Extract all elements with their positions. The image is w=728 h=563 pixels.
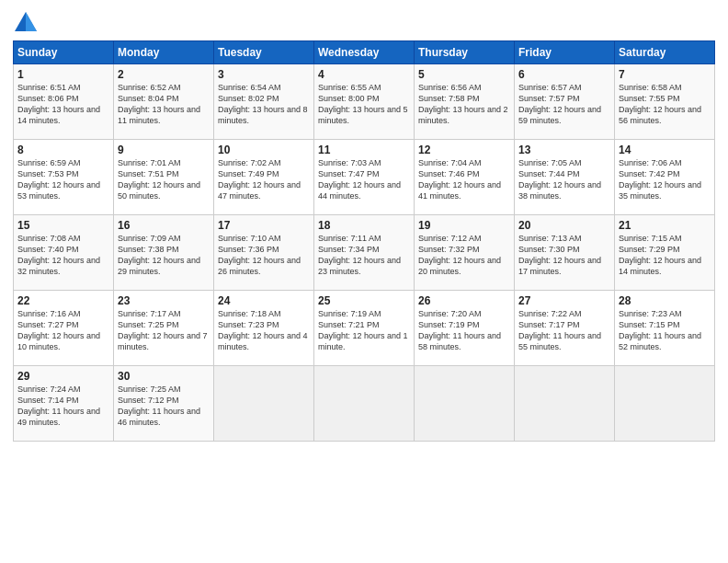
- day-number: 8: [17, 144, 109, 156]
- calendar-cell: 30Sunrise: 7:25 AMSunset: 7:12 PMDayligh…: [114, 366, 214, 442]
- cell-details: Sunrise: 7:22 AMSunset: 7:17 PMDaylight:…: [518, 308, 610, 353]
- cell-details: Sunrise: 7:02 AMSunset: 7:49 PMDaylight:…: [218, 157, 310, 202]
- column-header-saturday: Saturday: [615, 41, 715, 64]
- cell-details: Sunrise: 7:05 AMSunset: 7:44 PMDaylight:…: [518, 157, 610, 202]
- calendar-cell: 15Sunrise: 7:08 AMSunset: 7:40 PMDayligh…: [14, 215, 114, 291]
- calendar-cell: [314, 366, 415, 442]
- calendar-week-row: 22Sunrise: 7:16 AMSunset: 7:27 PMDayligh…: [14, 291, 715, 366]
- calendar-table: SundayMondayTuesdayWednesdayThursdayFrid…: [13, 40, 715, 442]
- column-header-friday: Friday: [515, 41, 615, 64]
- calendar-cell: 11Sunrise: 7:03 AMSunset: 7:47 PMDayligh…: [314, 140, 415, 215]
- column-header-wednesday: Wednesday: [314, 41, 415, 64]
- calendar-cell: 22Sunrise: 7:16 AMSunset: 7:27 PMDayligh…: [14, 291, 114, 366]
- day-number: 9: [118, 144, 210, 156]
- cell-details: Sunrise: 7:09 AMSunset: 7:38 PMDaylight:…: [118, 233, 210, 278]
- calendar-cell: 19Sunrise: 7:12 AMSunset: 7:32 PMDayligh…: [415, 215, 515, 291]
- calendar-cell: 16Sunrise: 7:09 AMSunset: 7:38 PMDayligh…: [114, 215, 214, 291]
- calendar-cell: 3Sunrise: 6:54 AMSunset: 8:02 PMDaylight…: [214, 64, 314, 140]
- day-number: 12: [418, 144, 510, 156]
- calendar-cell: 25Sunrise: 7:19 AMSunset: 7:21 PMDayligh…: [314, 291, 415, 366]
- cell-details: Sunrise: 7:24 AMSunset: 7:14 PMDaylight:…: [17, 384, 109, 429]
- cell-details: Sunrise: 6:54 AMSunset: 8:02 PMDaylight:…: [218, 82, 310, 127]
- day-number: 30: [118, 370, 210, 383]
- day-number: 10: [218, 144, 310, 156]
- day-number: 20: [518, 219, 610, 232]
- calendar-week-row: 1Sunrise: 6:51 AMSunset: 8:06 PMDaylight…: [14, 64, 715, 140]
- day-number: 13: [518, 144, 610, 156]
- day-number: 3: [218, 68, 310, 81]
- calendar-cell: 9Sunrise: 7:01 AMSunset: 7:51 PMDaylight…: [114, 140, 214, 215]
- day-number: 27: [518, 294, 610, 307]
- day-number: 4: [318, 68, 410, 81]
- column-header-monday: Monday: [114, 41, 214, 64]
- calendar-cell: 14Sunrise: 7:06 AMSunset: 7:42 PMDayligh…: [615, 140, 715, 215]
- calendar-cell: [615, 366, 715, 442]
- logo-icon: [13, 9, 39, 35]
- day-number: 21: [619, 219, 711, 232]
- calendar-cell: [214, 366, 314, 442]
- day-number: 16: [118, 219, 210, 232]
- calendar-cell: 21Sunrise: 7:15 AMSunset: 7:29 PMDayligh…: [615, 215, 715, 291]
- day-number: 24: [218, 294, 310, 307]
- cell-details: Sunrise: 7:17 AMSunset: 7:25 PMDaylight:…: [118, 308, 210, 353]
- column-header-tuesday: Tuesday: [214, 41, 314, 64]
- cell-details: Sunrise: 7:04 AMSunset: 7:46 PMDaylight:…: [418, 157, 510, 202]
- cell-details: Sunrise: 7:19 AMSunset: 7:21 PMDaylight:…: [318, 308, 410, 353]
- calendar-cell: 6Sunrise: 6:57 AMSunset: 7:57 PMDaylight…: [515, 64, 615, 140]
- svg-marker-1: [26, 12, 37, 31]
- calendar-cell: 26Sunrise: 7:20 AMSunset: 7:19 PMDayligh…: [415, 291, 515, 366]
- calendar-cell: 7Sunrise: 6:58 AMSunset: 7:55 PMDaylight…: [615, 64, 715, 140]
- cell-details: Sunrise: 7:12 AMSunset: 7:32 PMDaylight:…: [418, 233, 510, 278]
- day-number: 7: [619, 68, 711, 81]
- cell-details: Sunrise: 6:52 AMSunset: 8:04 PMDaylight:…: [118, 82, 210, 127]
- cell-details: Sunrise: 6:56 AMSunset: 7:58 PMDaylight:…: [418, 82, 510, 127]
- calendar-cell: 28Sunrise: 7:23 AMSunset: 7:15 PMDayligh…: [615, 291, 715, 366]
- page-header: [13, 9, 715, 35]
- calendar-cell: 27Sunrise: 7:22 AMSunset: 7:17 PMDayligh…: [515, 291, 615, 366]
- cell-details: Sunrise: 6:55 AMSunset: 8:00 PMDaylight:…: [318, 82, 410, 127]
- column-header-sunday: Sunday: [14, 41, 114, 64]
- calendar-cell: 17Sunrise: 7:10 AMSunset: 7:36 PMDayligh…: [214, 215, 314, 291]
- calendar-cell: 1Sunrise: 6:51 AMSunset: 8:06 PMDaylight…: [14, 64, 114, 140]
- cell-details: Sunrise: 7:15 AMSunset: 7:29 PMDaylight:…: [619, 233, 711, 278]
- calendar-cell: 24Sunrise: 7:18 AMSunset: 7:23 PMDayligh…: [214, 291, 314, 366]
- cell-details: Sunrise: 7:13 AMSunset: 7:30 PMDaylight:…: [518, 233, 610, 278]
- day-number: 2: [118, 68, 210, 81]
- cell-details: Sunrise: 7:01 AMSunset: 7:51 PMDaylight:…: [118, 157, 210, 202]
- calendar-cell: 18Sunrise: 7:11 AMSunset: 7:34 PMDayligh…: [314, 215, 415, 291]
- day-number: 14: [619, 144, 711, 156]
- cell-details: Sunrise: 6:57 AMSunset: 7:57 PMDaylight:…: [518, 82, 610, 127]
- logo: [13, 9, 42, 35]
- cell-details: Sunrise: 7:10 AMSunset: 7:36 PMDaylight:…: [218, 233, 310, 278]
- day-number: 26: [418, 294, 510, 307]
- cell-details: Sunrise: 7:16 AMSunset: 7:27 PMDaylight:…: [17, 308, 109, 353]
- cell-details: Sunrise: 7:23 AMSunset: 7:15 PMDaylight:…: [619, 308, 711, 353]
- cell-details: Sunrise: 6:59 AMSunset: 7:53 PMDaylight:…: [17, 157, 109, 202]
- cell-details: Sunrise: 7:18 AMSunset: 7:23 PMDaylight:…: [218, 308, 310, 353]
- calendar-cell: 12Sunrise: 7:04 AMSunset: 7:46 PMDayligh…: [415, 140, 515, 215]
- cell-details: Sunrise: 7:08 AMSunset: 7:40 PMDaylight:…: [17, 233, 109, 278]
- cell-details: Sunrise: 7:25 AMSunset: 7:12 PMDaylight:…: [118, 384, 210, 429]
- day-number: 5: [418, 68, 510, 81]
- column-header-thursday: Thursday: [415, 41, 515, 64]
- calendar-cell: [415, 366, 515, 442]
- calendar-cell: 13Sunrise: 7:05 AMSunset: 7:44 PMDayligh…: [515, 140, 615, 215]
- day-number: 15: [17, 219, 109, 232]
- calendar-body: 1Sunrise: 6:51 AMSunset: 8:06 PMDaylight…: [14, 64, 715, 442]
- day-number: 11: [318, 144, 410, 156]
- day-number: 23: [118, 294, 210, 307]
- day-number: 6: [518, 68, 610, 81]
- cell-details: Sunrise: 7:20 AMSunset: 7:19 PMDaylight:…: [418, 308, 510, 353]
- day-number: 1: [17, 68, 109, 81]
- calendar-cell: 4Sunrise: 6:55 AMSunset: 8:00 PMDaylight…: [314, 64, 415, 140]
- calendar-week-row: 15Sunrise: 7:08 AMSunset: 7:40 PMDayligh…: [14, 215, 715, 291]
- calendar-cell: 2Sunrise: 6:52 AMSunset: 8:04 PMDaylight…: [114, 64, 214, 140]
- calendar-cell: 10Sunrise: 7:02 AMSunset: 7:49 PMDayligh…: [214, 140, 314, 215]
- cell-details: Sunrise: 7:11 AMSunset: 7:34 PMDaylight:…: [318, 233, 410, 278]
- calendar-cell: 20Sunrise: 7:13 AMSunset: 7:30 PMDayligh…: [515, 215, 615, 291]
- calendar-cell: 23Sunrise: 7:17 AMSunset: 7:25 PMDayligh…: [114, 291, 214, 366]
- calendar-week-row: 8Sunrise: 6:59 AMSunset: 7:53 PMDaylight…: [14, 140, 715, 215]
- cell-details: Sunrise: 7:03 AMSunset: 7:47 PMDaylight:…: [318, 157, 410, 202]
- day-number: 17: [218, 219, 310, 232]
- day-number: 28: [619, 294, 711, 307]
